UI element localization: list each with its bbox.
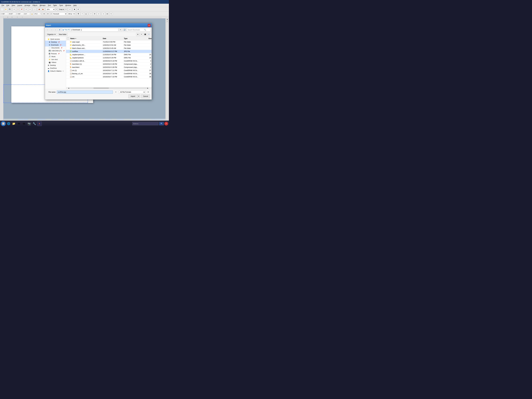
filename-input[interactable]: [57, 90, 113, 94]
nav-item-onedrive[interactable]: ☁ OneDrive: [45, 67, 66, 70]
file-row-learch2[interactable]: 🗜 learchitect 10/20/2016 3:28 PM Compres…: [66, 66, 152, 69]
file-icon-learch1: 🗜: [70, 63, 72, 65]
search-icon: 🔍: [144, 29, 146, 31]
header-type[interactable]: Type: [124, 38, 144, 39]
search-box[interactable]: 🔍: [127, 28, 151, 32]
file-size-backup-om: 38: [144, 73, 152, 75]
view-panel-btn[interactable]: ⬛: [143, 33, 147, 36]
file-size-rasp2: 15: [144, 57, 152, 59]
nav-item-pictures[interactable]: 🖼 Pictures 📌: [45, 52, 66, 55]
nav-item-desktop2[interactable]: 🖥 Desktop: [45, 64, 66, 67]
nav-item-downloads[interactable]: ⬇ Downloads 📌: [45, 44, 66, 46]
file-name-screwbox: screwbox with di...: [72, 60, 103, 62]
dialog-close-button[interactable]: ✕: [148, 24, 151, 27]
select-all-checkbox[interactable]: [67, 38, 69, 39]
path-bar[interactable]: ▶ This PC ❯ Downloads ❯: [62, 28, 118, 32]
file-row-backup-om[interactable]: 📋 Backup_of_om 10/16/2016 7:10 PM CorelD…: [66, 72, 152, 75]
desktop-label: Desktop: [51, 41, 57, 43]
nav-item-music[interactable]: 🎵 Music: [45, 55, 66, 58]
start-button[interactable]: 🪟: [1, 121, 6, 126]
file-type-screwbox: CorelDRAW X6 Gr...: [124, 60, 144, 62]
filename-dropdown[interactable]: ▼: [114, 91, 118, 93]
file-type-om: CorelDRAW X6 Gr...: [124, 76, 144, 78]
scroll-track: [70, 88, 147, 89]
new-folder-label: New folder: [59, 33, 66, 35]
file-type-om1: CorelDRAW X6 Gr...: [124, 70, 144, 71]
scroll-left-btn[interactable]: ◀: [68, 88, 70, 89]
file-name-backup-om: Backup_of_om: [72, 73, 103, 75]
file-row-sunrise[interactable]: 🖼 sunRise 11/20/2016 3:17 PM JPG File: [66, 50, 152, 53]
organize-dropdown-icon: ▼: [54, 33, 56, 35]
cancel-button[interactable]: Cancel: [141, 95, 150, 98]
scroll-right-btn[interactable]: ▶: [147, 88, 150, 89]
file-type-learch2: Compressed (zipp...: [124, 66, 144, 68]
file-row-rasp1[interactable]: 📐 raspberryketone ... 11/3/2016 5:34 PM …: [66, 53, 152, 56]
scroll-thumb[interactable]: [93, 88, 109, 89]
format-select[interactable]: All File Formats: [119, 90, 145, 94]
nav-refresh-button[interactable]: 🔄: [123, 28, 126, 32]
header-name[interactable]: Name ▼: [70, 37, 103, 40]
nav-item-quick-access[interactable]: ⭐ Quick access: [45, 38, 66, 41]
taskbar-icon-store[interactable]: 🛍: [22, 121, 26, 126]
onedrive-icon: ☁: [48, 67, 49, 69]
file-date-screwbox: 10/29/2016 5:19 PM: [103, 60, 124, 62]
view-dropdown-btn[interactable]: ▼: [140, 33, 143, 36]
file-size-om: 38: [144, 76, 152, 78]
nav-download-button[interactable]: ⬇: [58, 28, 61, 32]
taskbar-x-icon: ✕: [166, 123, 167, 125]
taskbar-close-btn[interactable]: ✕: [165, 122, 168, 126]
view-list-btn[interactable]: ⊞: [136, 33, 139, 36]
header-date[interactable]: Date: [103, 38, 124, 39]
organize-button[interactable]: Organize ▼: [46, 33, 57, 36]
header-size[interactable]: Size: [144, 38, 152, 39]
taskbar-address-bar: Address: [132, 122, 158, 125]
taskbar-icon-ie[interactable]: 🌐: [6, 121, 11, 126]
sort-arrow: ▼: [75, 38, 76, 39]
file-type-marks: File folder: [124, 47, 144, 49]
taskbar-icon-6[interactable]: 🔧: [32, 121, 37, 126]
usb-label: USB DISK (F:): [51, 50, 62, 52]
taskbar-search-btn[interactable]: 🔍: [159, 122, 164, 125]
file-row-attachments[interactable]: 📁 attachments_201... 12/6/2010 9:52 AM F…: [66, 44, 152, 47]
file-row-rasp2[interactable]: 📐 raspberryketone 11/3/2016 5:34 PM DWG …: [66, 56, 152, 59]
nav-forward-button[interactable]: →: [50, 28, 53, 32]
nav-item-usb[interactable]: 💾 USB DISK (F:) 📌: [45, 49, 66, 52]
nav-item-erika[interactable]: 👤 Erika B. Makino ▼: [45, 70, 66, 73]
taskbar-icon-explorer[interactable]: 📁: [11, 121, 16, 126]
file-row-aarp[interactable]: 📁 aarp suppl 7/1/2014 9:59 PM File folde…: [66, 40, 152, 44]
search-input[interactable]: [128, 29, 144, 31]
nav-back-button[interactable]: ←: [46, 28, 50, 32]
file-size-learch1: 2: [144, 63, 152, 65]
file-name-sunrise: sunRise: [72, 51, 103, 52]
nav-up-button[interactable]: ↑: [54, 28, 57, 32]
nav-item-tom-vinci[interactable]: 📁 tom vinci: [45, 58, 66, 61]
address-label: Address: [133, 123, 138, 124]
file-row-learch1[interactable]: 🗜 learchitect (1) 10/20/2016 3:28 PM Com…: [66, 63, 152, 66]
horizontal-scrollbar[interactable]: ◀ ▶: [66, 87, 152, 89]
onedrive-label: OneDrive: [50, 67, 57, 69]
file-row-screwbox[interactable]: 📋 screwbox with di... 10/29/2016 5:19 PM…: [66, 59, 152, 63]
nav-item-videos[interactable]: 🎬 Videos: [45, 61, 66, 64]
file-row-om[interactable]: 📋 om 10/16/2016 7:10 PM CorelDRAW X6 Gr.…: [66, 75, 152, 78]
import-button[interactable]: Import: [128, 95, 138, 98]
taskbar-icon-corel[interactable]: X: [37, 121, 42, 126]
new-folder-button[interactable]: New folder: [58, 33, 68, 36]
import-arrow-button[interactable]: ▼: [138, 95, 140, 98]
taskbar-icon-mail[interactable]: ✉: [17, 121, 21, 126]
file-type-sunrise: JPG File: [124, 51, 144, 52]
file-row-om1[interactable]: 📋 om (1) 10/16/2016 7:11 PM CorelDRAW X6…: [66, 69, 152, 72]
nav-path-dropdown[interactable]: ▼: [119, 28, 122, 32]
taskbar-icon-photos[interactable]: 📷: [27, 121, 32, 126]
view-help-btn[interactable]: ?: [147, 33, 151, 36]
dialog-overlay: Import ✕ ← → ↑ ⬇ ▶ This PC ❯ Downloads ❯…: [0, 0, 169, 127]
documents-icon: 📄: [49, 47, 51, 49]
format-dropdown[interactable]: ▼: [146, 91, 150, 93]
nav-item-desktop[interactable]: 🖥 Desktop 📌: [45, 41, 66, 44]
nav-item-documents[interactable]: 📄 Documents 📌: [45, 46, 66, 49]
erika-dropdown-icon: ▼: [63, 70, 64, 72]
downloads-icon: ⬇: [49, 44, 50, 46]
file-icon-sunrise: 🖼: [70, 51, 72, 52]
dialog-nav-bar: ← → ↑ ⬇ ▶ This PC ❯ Downloads ❯ ▼ 🔄 🔍: [45, 27, 152, 32]
file-icon-marks: 📁: [70, 47, 72, 49]
file-row-marks[interactable]: 📁 Mark's Bears and... 12/6/2010 9:45 AM …: [66, 47, 152, 50]
